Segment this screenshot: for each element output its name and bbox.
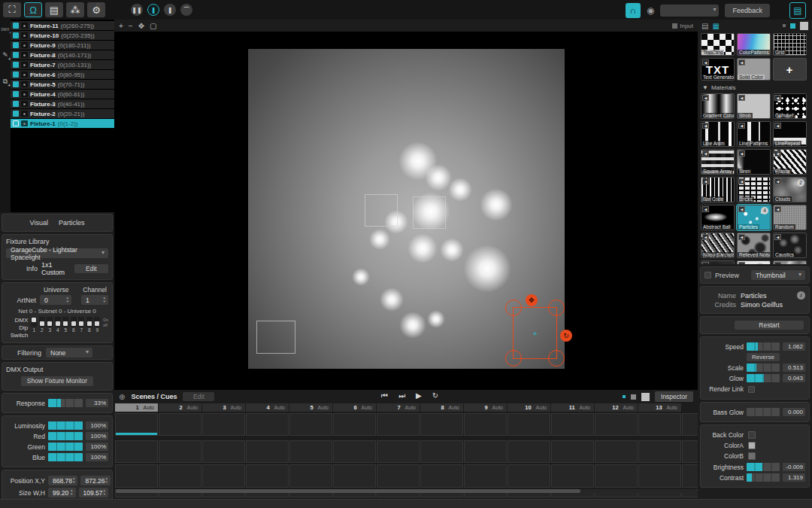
dip-switch-toggle[interactable]: [86, 317, 92, 327]
timeline-cell[interactable]: [289, 413, 332, 436]
tile-preview-icon[interactable]: ◀: [738, 262, 745, 264]
timeline-cell[interactable]: [508, 464, 550, 488]
prev-cue-button[interactable]: ⏮: [381, 391, 388, 400]
timeline-cell[interactable]: [333, 464, 376, 488]
dip-switch-toggle[interactable]: [55, 317, 61, 327]
duplicate-fixture-button[interactable]: ⧉+: [3, 78, 8, 85]
fixture-row[interactable]: Fixture-5(0(70-71)): [11, 80, 114, 89]
color-luminosity-slider[interactable]: [48, 421, 83, 430]
timeline-cell[interactable]: [595, 440, 638, 463]
tile-preview-icon[interactable]: ◀: [738, 234, 745, 240]
selected-fixture-box[interactable]: +: [513, 307, 557, 359]
inspector-button[interactable]: Inspector: [655, 391, 693, 402]
color-green-slider[interactable]: [48, 443, 83, 451]
size-w-field[interactable]: 99.20▲▼: [48, 488, 76, 497]
dip-switch-toggle[interactable]: [39, 317, 45, 327]
tile-preview-icon[interactable]: ◀: [738, 59, 745, 65]
speed-slider[interactable]: [747, 342, 780, 351]
filtering-dropdown[interactable]: None: [46, 348, 92, 357]
timeline-cell[interactable]: [508, 440, 550, 463]
timeline-cell[interactable]: [595, 413, 638, 436]
tile-preview-icon[interactable]: ◀: [702, 151, 709, 157]
cue-header[interactable]: 2Auto: [159, 403, 201, 412]
cue-header[interactable]: 5Auto: [289, 403, 332, 412]
tile-caustics[interactable]: ◀Caustics: [773, 233, 807, 258]
cue-size-small-button[interactable]: [623, 395, 626, 398]
loop-cues-button[interactable]: ↻: [432, 391, 438, 400]
tile-preview-icon[interactable]: ◀: [774, 123, 781, 129]
timeline-cell[interactable]: [420, 440, 463, 463]
add-dmx-button[interactable]: DMX+: [2, 26, 10, 32]
tile-strob[interactable]: ◀Strob: [737, 93, 771, 119]
timeline-cell[interactable]: [159, 413, 201, 436]
fixture-visibility-checkbox[interactable]: [13, 120, 19, 126]
tile-preview-icon[interactable]: ◀: [774, 262, 781, 264]
timeline-scrollbar[interactable]: [116, 489, 696, 493]
tile-preview-icon[interactable]: ◀: [774, 206, 781, 212]
list-view-icon[interactable]: ▤: [701, 22, 708, 30]
dip-switch-toggle[interactable]: [31, 317, 37, 327]
fixture-visibility-checkbox[interactable]: [13, 81, 19, 87]
dip-switch[interactable]: 6: [71, 317, 77, 333]
fixture-visibility-checkbox[interactable]: [13, 52, 19, 58]
dip-switch-toggle[interactable]: [47, 317, 53, 327]
dip-switch[interactable]: 8: [86, 317, 92, 333]
tile-preview-icon[interactable]: ◀: [702, 206, 709, 212]
tile-abstractball[interactable]: ◀Abstract Ball: [701, 205, 735, 230]
tile-preview-icon[interactable]: ◀: [702, 178, 709, 184]
fixture-visibility-checkbox[interactable]: [13, 42, 19, 48]
fixture-row[interactable]: Fixture-1(0(1-2)): [11, 119, 114, 128]
tile-random[interactable]: ◀Random: [773, 205, 807, 230]
timeline-cell[interactable]: [246, 413, 289, 436]
reverse-button[interactable]: Reverse: [747, 353, 780, 361]
fixture-visibility-checkbox[interactable]: [13, 111, 19, 117]
snap-button[interactable]: ∩: [626, 3, 641, 18]
timeline-cell[interactable]: [377, 464, 420, 488]
fixture-row[interactable]: Fixture-8(0(140-171)): [11, 50, 114, 59]
add-source-tile[interactable]: +: [773, 58, 807, 81]
dip-switch[interactable]: 1: [31, 317, 37, 333]
timeline-cell[interactable]: [464, 440, 507, 463]
edit-fixture-button[interactable]: ✎+: [2, 52, 8, 59]
fixture-row[interactable]: Fixture-2(0(20-21)): [11, 109, 114, 118]
tile-colorpatterns[interactable]: ColorPatterns: [737, 33, 771, 56]
brightness-slider[interactable]: [747, 463, 780, 471]
timeline-cell[interactable]: [289, 440, 332, 463]
tile-glimmer[interactable]: ◀Glimmer: [773, 93, 807, 119]
timeline-cell[interactable]: [202, 413, 245, 436]
selection-corner-handle[interactable]: [505, 300, 522, 316]
pause-button[interactable]: ❚❚: [131, 4, 143, 16]
tile-testcard[interactable]: TestCard: [701, 33, 735, 56]
tile-txt[interactable]: ◀TXTText Generator: [701, 58, 735, 81]
contrast-slider[interactable]: [747, 473, 780, 482]
tile-preview-icon[interactable]: ◀: [702, 234, 709, 240]
add-scene-icon[interactable]: ⊕: [119, 393, 125, 401]
show-fixture-monitor-button[interactable]: Show Fixture Monitor: [21, 376, 93, 386]
timeline-cell[interactable]: [682, 440, 698, 463]
tab-particles[interactable]: Particles: [59, 219, 85, 227]
color-swatch[interactable]: [748, 452, 756, 460]
scenes-edit-button[interactable]: Edit: [183, 392, 214, 401]
size-h-field[interactable]: 109.57▲▼: [79, 488, 108, 497]
fixture-row[interactable]: Fixture-6(0(80-95)): [11, 70, 114, 79]
tile-bricks[interactable]: ◀Bricks: [737, 177, 771, 202]
selection-corner-handle[interactable]: [548, 300, 565, 316]
restart-button[interactable]: Restart: [735, 321, 804, 330]
play-cues-button[interactable]: ▶: [416, 391, 422, 400]
selection-corner-handle[interactable]: [548, 350, 565, 367]
stop-button[interactable]: ❚: [164, 4, 176, 16]
render-link-checkbox[interactable]: [748, 386, 755, 393]
timeline-cell[interactable]: [420, 464, 463, 488]
tile-squarearray[interactable]: ◀Square Array: [701, 149, 735, 175]
tile-barcode[interactable]: ◀Bar Code: [701, 177, 735, 202]
play-button[interactable]: ❚: [147, 4, 159, 16]
tile-noisybarcode[interactable]: ◀Noisy Barcode: [701, 233, 735, 258]
timeline-cell[interactable]: [551, 413, 594, 436]
dip-switch[interactable]: 4: [55, 317, 61, 333]
cue-header[interactable]: 1Auto: [115, 403, 158, 412]
materials-section-header[interactable]: ▼Materials: [698, 82, 812, 92]
cue-header[interactable]: 8Auto: [420, 403, 463, 412]
grid-view-icon[interactable]: ▦: [712, 22, 719, 30]
timeline-cell[interactable]: [202, 464, 245, 488]
output-dropdown[interactable]: [660, 5, 719, 17]
